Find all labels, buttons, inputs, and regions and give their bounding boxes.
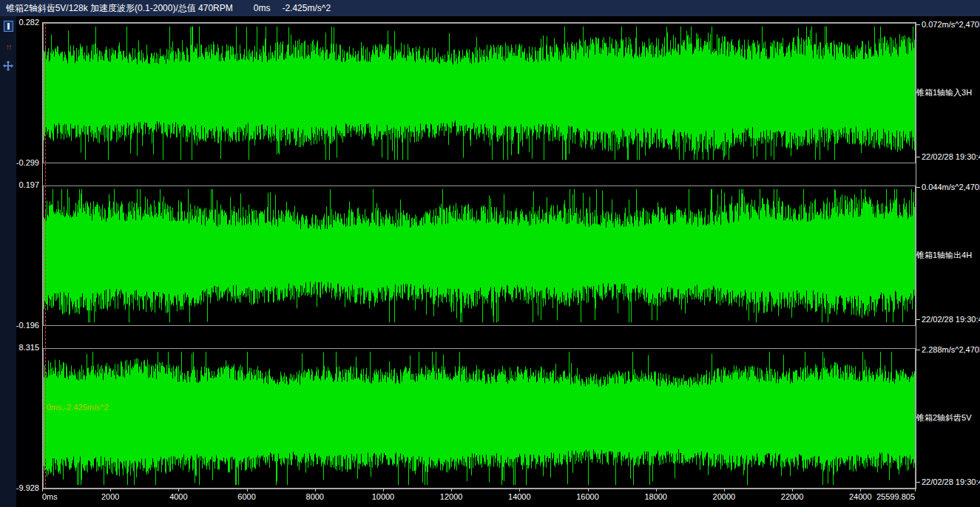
channel-name-text: 锥箱1轴输出4H bbox=[916, 250, 972, 261]
waveform-canvas-ch1[interactable] bbox=[43, 23, 916, 163]
waveform-canvas-ch3[interactable] bbox=[43, 348, 916, 489]
x-tick-label: 16000 bbox=[576, 492, 599, 501]
channel-name-label-ch1: 锥箱1轴输入3H bbox=[916, 87, 972, 98]
x-tick-mark bbox=[178, 489, 179, 491]
channel-timestamp-ch3: 22/02/28 19:30:48 bbox=[916, 477, 980, 486]
x-tick-mark bbox=[110, 489, 111, 491]
x-axis: 0ms2000400060008000100001200014000160001… bbox=[42, 489, 916, 505]
channel-timestamp-ch2: 22/02/28 19:30:48 bbox=[916, 315, 980, 324]
x-tick-label: 20000 bbox=[713, 492, 736, 501]
channel-name-text: 锥箱1轴输入3H bbox=[916, 87, 972, 98]
x-tick-label: 12000 bbox=[440, 492, 463, 501]
x-tick-mark bbox=[915, 489, 916, 491]
y-max-label-ch2: 0.197 bbox=[13, 180, 39, 189]
waveform-canvas-ch2[interactable] bbox=[43, 186, 916, 326]
channel-value-text: 0.044m/s^2,470RPM bbox=[922, 183, 980, 191]
harmonic-cursor-tool-icon[interactable]: ↑↑ bbox=[2, 41, 14, 52]
x-tick-mark bbox=[42, 489, 43, 491]
y-max-label-ch3: 8.315 bbox=[13, 343, 39, 352]
x-tick-label: 0ms bbox=[42, 492, 58, 501]
channel-value-label-ch1: 0.072m/s^2,470RPM bbox=[916, 20, 980, 29]
channel-name-label-ch2: 锥箱1轴输出4H bbox=[916, 250, 972, 261]
channel-value-label-ch3: 2.288m/s^2,470RPM bbox=[916, 345, 980, 354]
tick-mark bbox=[916, 319, 920, 320]
pan-tool-icon[interactable] bbox=[2, 60, 14, 72]
channel-timestamp-ch1: 22/02/28 19:30:48 bbox=[916, 152, 980, 161]
tick-mark bbox=[916, 350, 920, 350]
cursor-value-readout: -2.425m/s^2 bbox=[282, 3, 331, 13]
channel-value-label-ch2: 0.044m/s^2,470RPM bbox=[916, 183, 980, 191]
x-tick-label: 22000 bbox=[781, 492, 804, 501]
channel-value-text: 2.288m/s^2,470RPM bbox=[922, 345, 980, 354]
x-tick-mark bbox=[383, 489, 384, 491]
toolbar-sidebar: ↑↑ bbox=[0, 16, 16, 507]
y-min-label-ch3: -9.928 bbox=[13, 483, 39, 492]
x-tick-mark bbox=[519, 489, 520, 491]
tick-mark bbox=[916, 157, 920, 157]
tick-mark bbox=[916, 187, 920, 188]
cursor-annotation: 0ms,-2.425m/s^2 bbox=[47, 403, 109, 412]
chart-title: 锥箱2轴斜齿5V/128k 加速度波形(0.1-2000)/总值 470RPM bbox=[6, 2, 233, 15]
x-tick-label: 14000 bbox=[508, 492, 531, 501]
vibration-waveform-app: 锥箱2轴斜齿5V/128k 加速度波形(0.1-2000)/总值 470RPM … bbox=[0, 0, 980, 507]
x-tick-label: 18000 bbox=[644, 492, 667, 501]
x-tick-label: 6000 bbox=[237, 492, 255, 501]
channel-value-text: 0.072m/s^2,470RPM bbox=[922, 20, 980, 29]
plot-frame: 0ms,-2.425m/s^2 bbox=[42, 22, 916, 489]
x-tick-label: 8000 bbox=[306, 492, 324, 501]
pan-arrows-glyph bbox=[3, 61, 13, 71]
y-max-label-ch1: 0.282 bbox=[13, 18, 39, 27]
cursor-time-readout: 0ms bbox=[254, 3, 271, 13]
x-tick-label: 10000 bbox=[372, 492, 395, 501]
y-min-label-ch1: -0.299 bbox=[13, 158, 39, 167]
channel-timestamp-text: 22/02/28 19:30:48 bbox=[922, 477, 980, 486]
x-tick-mark bbox=[792, 489, 793, 491]
x-tick-label: 2000 bbox=[101, 492, 119, 501]
single-cursor-tool-icon[interactable] bbox=[4, 21, 13, 32]
x-tick-label: 24000 bbox=[849, 492, 872, 501]
x-tick-mark bbox=[451, 489, 452, 491]
title-bar: 锥箱2轴斜齿5V/128k 加速度波形(0.1-2000)/总值 470RPM … bbox=[0, 0, 980, 16]
x-tick-mark bbox=[656, 489, 657, 491]
x-tick-mark bbox=[724, 489, 725, 491]
x-tick-mark bbox=[315, 489, 316, 491]
x-tick-mark bbox=[860, 489, 861, 491]
tick-mark bbox=[916, 24, 920, 25]
channel-name-text: 锥箱2轴斜齿5V bbox=[916, 412, 972, 423]
cursor-glyph bbox=[7, 23, 10, 30]
x-tick-label: 4000 bbox=[169, 492, 187, 501]
time-cursor-line[interactable] bbox=[45, 23, 46, 489]
x-tick-mark bbox=[588, 489, 589, 491]
x-tick-mark bbox=[247, 489, 248, 491]
channel-timestamp-text: 22/02/28 19:30:48 bbox=[922, 315, 980, 324]
channel-name-label-ch3: 锥箱2轴斜齿5V bbox=[916, 412, 972, 423]
channel-timestamp-text: 22/02/28 19:30:48 bbox=[922, 152, 980, 161]
y-min-label-ch2: -0.196 bbox=[13, 321, 39, 330]
x-tick-label: 25599.805 bbox=[876, 492, 915, 501]
tick-mark bbox=[916, 482, 920, 483]
